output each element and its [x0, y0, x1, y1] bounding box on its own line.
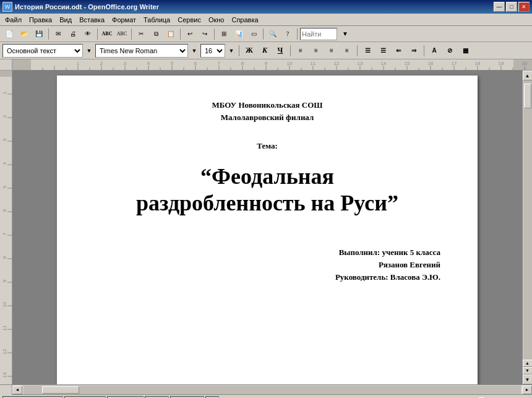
menu-file[interactable]: Файл — [1, 15, 25, 25]
toolbar-sep6 — [263, 28, 264, 40]
standard-mode[interactable]: СТАНД — [170, 396, 204, 399]
copy-button[interactable]: ⧉ — [149, 27, 163, 41]
toolbar-sep4 — [180, 28, 181, 40]
spell2-button[interactable]: ABC — [115, 27, 129, 41]
cut-button[interactable]: ✂ — [134, 27, 148, 41]
author-name: Рязанов Евгений — [94, 260, 440, 270]
frame-button[interactable]: ▭ — [247, 27, 260, 41]
new-button[interactable]: 📄 — [2, 27, 16, 41]
content-area: МБОУ Новоникольская СОШ Малолавровский ф… — [0, 71, 532, 384]
zoom-in-button[interactable]: 🔍 — [266, 27, 280, 41]
scroll-page-down-button[interactable]: ▼ — [523, 367, 533, 374]
fmt-sep4 — [424, 45, 424, 56]
menu-window[interactable]: Окно — [205, 15, 228, 25]
decrease-indent-button[interactable]: ⇐ — [392, 44, 405, 58]
scroll-page-up-button[interactable]: ▲ — [523, 360, 533, 367]
print-button[interactable]: 🖨 — [66, 27, 80, 41]
fmt-sep1 — [239, 45, 239, 56]
size-dropdown[interactable]: ▼ — [227, 44, 236, 58]
window-controls: — □ ✕ — [494, 2, 530, 12]
font-color-button[interactable]: A — [427, 44, 441, 58]
scroll-track[interactable] — [523, 80, 532, 360]
document-page: МБОУ Новоникольская СОШ Малолавровский ф… — [57, 76, 478, 384]
branch-name: Малолавровский филиал — [94, 113, 440, 123]
ruler-corner — [0, 59, 12, 71]
ordered-list-button[interactable]: ☰ — [376, 44, 390, 58]
fmt-sep2 — [290, 45, 291, 56]
close-button[interactable]: ✕ — [518, 2, 530, 12]
preview-button[interactable]: 👁 — [81, 27, 95, 41]
border-button[interactable]: ▦ — [458, 44, 472, 58]
style-indicator: Обычный — [64, 396, 106, 399]
title-bar: W История России.odt - OpenOffice.org Wr… — [0, 0, 532, 14]
scroll-area[interactable]: МБОУ Новоникольская СОШ Малолавровский ф… — [12, 71, 522, 384]
size-select[interactable]: 16 — [200, 44, 225, 58]
style-select[interactable]: Основной текст — [2, 44, 83, 58]
toolbar-sep5 — [214, 28, 215, 40]
maximize-button[interactable]: □ — [506, 2, 517, 12]
save-button[interactable]: 💾 — [32, 27, 46, 41]
document-title: “Феодальная раздробленность на Руси” — [94, 163, 440, 217]
theme-label: Тема: — [94, 141, 440, 151]
modified-indicator: * — [205, 396, 219, 399]
menu-view[interactable]: Вид — [56, 15, 75, 25]
author-section: Выполнил: ученик 5 класса Рязанов Евгени… — [94, 248, 440, 282]
italic-button[interactable]: К — [258, 44, 272, 58]
chart-button[interactable]: 📊 — [232, 27, 246, 41]
title-line1: “Феодальная — [200, 164, 334, 189]
find-button[interactable]: ▼ — [338, 27, 352, 41]
menu-table[interactable]: Таблица — [140, 15, 174, 25]
toolbar-sep1 — [48, 28, 49, 40]
help-button[interactable]: ? — [281, 27, 294, 41]
align-left-button[interactable]: ≡ — [294, 44, 307, 58]
scroll-thumb[interactable] — [524, 84, 531, 108]
menu-insert[interactable]: Вставка — [75, 15, 108, 25]
open-button[interactable]: 📂 — [17, 27, 31, 41]
insert-mode[interactable]: ВСТ — [145, 396, 169, 399]
main-toolbar: 📄 📂 💾 ✉ 🖨 👁 ABC ABC ✂ ⧉ 📋 ↩ ↪ ⊞ 📊 ▭ 🔍 ? … — [0, 26, 532, 42]
style-dropdown[interactable]: ▼ — [85, 44, 93, 58]
paste-button[interactable]: 📋 — [164, 27, 178, 41]
menu-help[interactable]: Справка — [228, 15, 262, 25]
status-bar: Страница 1 / 10 Обычный Русский ВСТ СТАН… — [0, 394, 532, 398]
page-container: МБОУ Новоникольская СОШ Малолавровский ф… — [12, 71, 522, 384]
ruler-area — [0, 59, 532, 71]
h-scroll-track[interactable] — [24, 386, 521, 394]
scroll-left-button[interactable]: ◄ — [12, 386, 22, 394]
underline-button[interactable]: Ч — [273, 44, 287, 58]
align-justify-button[interactable]: ≡ — [340, 44, 354, 58]
font-dropdown[interactable]: ▼ — [190, 44, 199, 58]
scroll-right-button[interactable]: ► — [522, 386, 532, 394]
bold-button[interactable]: Ж — [242, 44, 256, 58]
menu-edit[interactable]: Правка — [25, 15, 56, 25]
fmt-sep3 — [357, 45, 358, 56]
align-right-button[interactable]: ≡ — [325, 44, 338, 58]
font-select[interactable]: Times New Roman — [95, 44, 188, 58]
toolbar-sep2 — [97, 28, 98, 40]
school-name: МБОУ Новоникольская СОШ — [94, 100, 440, 110]
menu-tools[interactable]: Сервис — [174, 15, 205, 25]
highlight-button[interactable]: ⊘ — [443, 44, 457, 58]
menu-format[interactable]: Формат — [108, 15, 140, 25]
app-icon: W — [2, 2, 12, 12]
h-scroll-thumb[interactable] — [42, 386, 79, 394]
increase-indent-button[interactable]: ⇒ — [407, 44, 421, 58]
redo-button[interactable]: ↪ — [198, 27, 212, 41]
scroll-down-button[interactable]: ▼ — [523, 374, 533, 384]
scroll-up-button[interactable]: ▲ — [523, 71, 533, 80]
page-indicator: Страница 1 / 10 — [2, 396, 63, 399]
author-label: Выполнил: ученик 5 класса — [94, 248, 440, 257]
toolbar-sep7 — [297, 28, 298, 40]
minimize-button[interactable]: — — [494, 2, 505, 12]
table-button[interactable]: ⊞ — [217, 27, 231, 41]
email-button[interactable]: ✉ — [51, 27, 65, 41]
horizontal-ruler — [12, 59, 532, 71]
list-button[interactable]: ☰ — [361, 44, 374, 58]
undo-button[interactable]: ↩ — [183, 27, 197, 41]
supervisor: Руководитель: Власова Э.Ю. — [94, 272, 440, 282]
find-input[interactable] — [300, 28, 337, 40]
title-line2: раздробленность на Руси” — [136, 191, 398, 215]
align-center-button[interactable]: ≡ — [309, 44, 323, 58]
spell-button[interactable]: ABC — [100, 27, 114, 41]
menu-bar: Файл Правка Вид Вставка Формат Таблица С… — [0, 14, 532, 26]
